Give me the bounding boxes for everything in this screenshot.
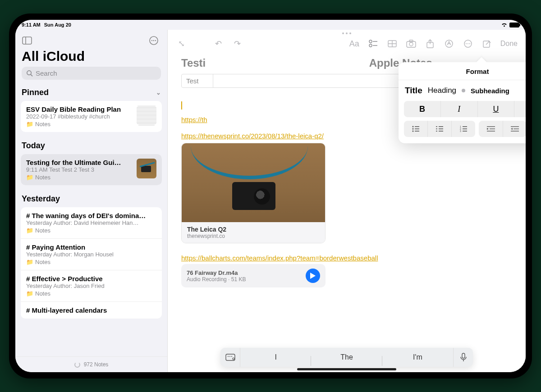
folder-icon: 📁 — [26, 174, 33, 181]
search-placeholder: Search — [36, 69, 57, 77]
status-date: Sun Aug 20 — [44, 22, 71, 27]
section-today: Today — [15, 137, 167, 152]
bold-button[interactable]: B — [404, 101, 441, 117]
notes-sidebar: All iCloud Search Pinned ⌄ ESV Daily Bib… — [15, 30, 168, 372]
strike-button[interactable]: S — [514, 101, 526, 117]
section-pinned[interactable]: Pinned ⌄ — [15, 83, 167, 99]
ellipsis-icon[interactable] — [461, 37, 475, 50]
note-item[interactable]: ESV Daily Bible Reading Plan 2022-09-17 … — [21, 101, 162, 132]
status-time: 9:11 AM — [22, 22, 41, 27]
underline-button[interactable]: U — [478, 101, 515, 117]
compose-icon[interactable] — [480, 37, 494, 50]
suggestion[interactable]: I — [240, 353, 311, 361]
link-preview-card[interactable]: The Leica Q2 thenewsprint.co — [181, 143, 326, 243]
number-list-button[interactable]: 123 — [452, 121, 475, 137]
style-heading[interactable]: Heading — [428, 86, 456, 95]
popover-title: Format — [399, 62, 526, 80]
text-cursor — [181, 101, 182, 109]
svg-point-33 — [413, 131, 414, 132]
note-editor: ⤡ ↶ ↷ Aa — [168, 30, 526, 372]
link[interactable]: https://ballcharts.com/teams/index.php?t… — [181, 254, 378, 262]
sidebar-title: All iCloud — [15, 49, 167, 67]
table-icon[interactable] — [385, 37, 399, 50]
keyboard-suggestion-bar: I The I'm — [220, 348, 473, 367]
svg-point-10 — [369, 44, 372, 47]
indent-group — [479, 121, 526, 137]
share-icon[interactable] — [423, 37, 437, 50]
folder-icon: 📁 — [26, 121, 33, 128]
svg-point-31 — [413, 128, 414, 130]
play-button[interactable] — [306, 269, 320, 283]
redo-icon[interactable]: ↷ — [230, 37, 244, 50]
markup-icon[interactable] — [442, 37, 456, 50]
suggestion[interactable]: The — [311, 353, 382, 361]
folder-icon: 📁 — [26, 259, 33, 265]
note-thumbnail — [137, 159, 156, 178]
keyboard-settings-icon[interactable] — [220, 348, 240, 367]
italic-button[interactable]: I — [441, 101, 478, 117]
sidebar-footer: 972 Notes — [15, 356, 167, 372]
multitask-dots[interactable] — [168, 30, 526, 37]
link-preview-domain: thenewsprint.co — [187, 233, 320, 239]
svg-text:3: 3 — [460, 130, 461, 132]
svg-point-4 — [153, 40, 154, 41]
style-subheading[interactable]: Subheading — [471, 87, 509, 95]
more-options-icon[interactable] — [147, 34, 160, 47]
svg-marker-49 — [487, 128, 489, 130]
outdent-button[interactable] — [479, 121, 503, 137]
svg-point-16 — [409, 42, 413, 46]
svg-point-29 — [413, 126, 414, 128]
section-yesterday: Yesterday — [15, 190, 167, 205]
search-input[interactable]: Search — [22, 67, 161, 80]
suggestion[interactable]: I'm — [382, 353, 453, 361]
chevron-down-icon: ⌄ — [156, 89, 161, 96]
link[interactable]: https://thenewsprint.co/2023/08/13/the-l… — [181, 132, 324, 140]
bullet-list-button[interactable] — [404, 121, 428, 137]
svg-point-6 — [27, 71, 31, 75]
link[interactable]: https://th — [181, 116, 207, 123]
dictation-icon[interactable] — [453, 348, 473, 367]
paragraph-styles[interactable]: Title Heading Subheading Body — [399, 80, 526, 101]
audio-attachment[interactable]: 76 Fairway Dr.m4a Audio Recording · 51 K… — [181, 264, 326, 287]
undo-icon[interactable]: ↶ — [211, 37, 225, 50]
svg-point-59 — [229, 356, 230, 357]
note-item[interactable]: # Paying Attention Yesterday Author: Mor… — [21, 239, 162, 270]
svg-line-27 — [486, 41, 490, 45]
home-indicator[interactable] — [297, 368, 396, 370]
svg-point-8 — [369, 40, 372, 43]
status-bar: 9:11 AM Sun Aug 20 — [15, 20, 526, 30]
svg-point-22 — [466, 43, 467, 44]
note-item[interactable]: # Multi-layered calendars — [21, 302, 162, 319]
indent-button[interactable] — [503, 121, 526, 137]
svg-point-60 — [231, 356, 232, 357]
note-item[interactable]: # The waning days of DEI's domina… Yeste… — [21, 207, 162, 239]
text-format-group: B I U S — [404, 101, 526, 117]
search-icon — [26, 70, 33, 77]
scroll-indicator-icon — [462, 89, 465, 92]
folder-icon: 📁 — [26, 290, 33, 297]
sidebar-toggle-icon[interactable] — [21, 34, 33, 47]
dash-list-button[interactable] — [428, 121, 452, 137]
style-title[interactable]: Title — [405, 86, 422, 96]
battery-icon — [509, 23, 519, 27]
svg-rect-0 — [23, 37, 32, 44]
editor-toolbar: ⤡ ↶ ↷ Aa — [168, 37, 526, 54]
svg-marker-53 — [511, 128, 513, 130]
wifi-icon — [501, 23, 508, 27]
svg-point-61 — [233, 358, 234, 360]
camera-icon[interactable] — [404, 37, 418, 50]
done-button[interactable]: Done — [499, 40, 519, 48]
note-thumbnail — [137, 105, 156, 125]
expand-icon[interactable]: ⤡ — [174, 37, 188, 50]
sync-spinner-icon — [74, 362, 80, 368]
svg-rect-62 — [462, 353, 465, 358]
note-item-selected[interactable]: Testing for the Ultimate Gui… 9:11 AM Te… — [21, 154, 162, 185]
svg-rect-17 — [409, 40, 413, 42]
svg-point-5 — [155, 40, 156, 41]
text-style-icon[interactable]: Aa — [347, 37, 362, 50]
link-preview-image — [182, 143, 325, 222]
list-format-group: 123 — [404, 121, 475, 137]
checklist-icon[interactable] — [366, 37, 381, 50]
note-item[interactable]: # Effective > Productive Yesterday Autho… — [21, 270, 162, 302]
svg-point-24 — [469, 43, 470, 44]
